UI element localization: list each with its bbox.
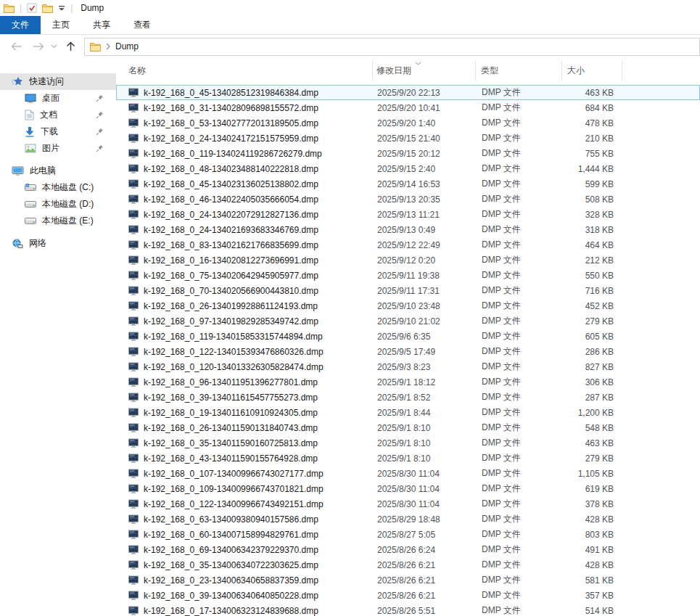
file-row[interactable]: k-192_168_0_120-134013326305828474.dmp 2… (116, 359, 700, 374)
sidebar-item-quick-access[interactable]: 快速访问 (0, 73, 116, 90)
column-header-type[interactable]: 类型 (476, 61, 562, 81)
dmp-file-icon (128, 179, 139, 189)
tab-file[interactable]: 文件 (0, 16, 41, 34)
file-date-modified: 2025/8/26 6:24 (374, 545, 477, 555)
file-date-modified: 2025/8/26 6:21 (374, 575, 477, 586)
file-row[interactable]: k-192_168_0_39-134006340640850228.dmp 20… (116, 588, 700, 603)
file-row[interactable]: k-192_168_0_31-134028096898155572.dmp 20… (116, 100, 700, 115)
dmp-file-icon (128, 362, 139, 372)
dmp-file-icon (128, 118, 139, 128)
sidebar-item-documents[interactable]: 文档 (0, 107, 116, 123)
file-row[interactable]: k-192_168_0_19-134011610910924305.dmp 20… (116, 405, 700, 420)
dmp-file-icon (128, 316, 139, 327)
file-name: k-192_168_0_60-134007158994829761.dmp (144, 530, 318, 540)
forward-icon[interactable] (32, 42, 45, 51)
file-date-modified: 2025/9/11 17:31 (374, 286, 477, 296)
file-row[interactable]: k-192_168_0_43-134011590155764928.dmp 20… (116, 451, 700, 466)
sidebar-item-network[interactable]: 网络 (0, 235, 116, 252)
new-folder-icon[interactable] (42, 4, 53, 13)
file-date-modified: 2025/9/20 1:40 (374, 118, 477, 128)
file-row[interactable]: k-192_168_0_24-134024172151575959.dmp 20… (116, 131, 700, 146)
dmp-file-icon (128, 149, 139, 159)
file-date-modified: 2025/9/3 8:23 (374, 362, 477, 372)
file-size: 548 KB (563, 423, 623, 433)
file-row[interactable]: k-192_168_0_119-134015853315744894.dmp 2… (116, 329, 700, 344)
file-row[interactable]: k-192_168_0_16-134020812273696991.dmp 20… (116, 252, 700, 268)
tab-home[interactable]: 主页 (41, 16, 81, 34)
file-type: DMP 文件 (477, 391, 563, 403)
properties-check-icon[interactable] (27, 3, 37, 13)
file-size: 599 KB (563, 179, 623, 189)
file-type: DMP 文件 (477, 300, 563, 312)
file-row[interactable]: k-192_168_0_107-134009966743027177.dmp 2… (116, 466, 700, 481)
file-row[interactable]: k-192_168_0_96-134011951396277801.dmp 20… (116, 374, 700, 390)
desktop-icon (25, 94, 36, 104)
breadcrumb-chevron-icon[interactable] (106, 43, 110, 50)
file-row[interactable]: k-192_168_0_35-134006340722303625.dmp 20… (116, 557, 700, 572)
file-row[interactable]: k-192_168_0_26-134019928861124193.dmp 20… (116, 298, 700, 313)
sidebar-item-desktop[interactable]: 桌面 (0, 90, 116, 107)
tab-view[interactable]: 查看 (122, 16, 162, 34)
tab-share[interactable]: 共享 (81, 16, 122, 34)
file-row[interactable]: k-192_168_0_23-134006340658837359.dmp 20… (116, 572, 700, 588)
file-row[interactable]: k-192_168_0_45-134028512319846384.dmp 20… (116, 85, 700, 100)
file-row[interactable]: k-192_168_0_83-134021621766835699.dmp 20… (116, 237, 700, 252)
file-type: DMP 文件 (477, 284, 563, 297)
file-row[interactable]: k-192_168_0_122-134015393476860326.dmp 2… (116, 344, 700, 359)
file-row[interactable]: k-192_168_0_69-134006342379229370.dmp 20… (116, 542, 700, 557)
file-name: k-192_168_0_17-134006323124839688.dmp (144, 606, 318, 616)
file-date-modified: 2025/9/12 0:20 (374, 255, 477, 266)
file-row[interactable]: k-192_168_0_75-134020642945905977.dmp 20… (116, 268, 700, 283)
column-header-date-modified[interactable]: 修改日期 (373, 61, 476, 81)
sidebar-group-gap (0, 229, 116, 235)
address-bar[interactable]: Dump (84, 38, 700, 56)
file-size: 605 KB (563, 332, 623, 342)
file-row[interactable]: k-192_168_0_46-134022405035666054.dmp 20… (116, 192, 700, 207)
dmp-file-icon (128, 271, 139, 281)
back-icon[interactable] (10, 42, 23, 51)
sidebar-item-this-pc[interactable]: 此电脑 (0, 163, 116, 179)
dmp-file-icon (128, 286, 139, 296)
file-row[interactable]: k-192_168_0_109-134009966743701821.dmp 2… (116, 481, 700, 496)
file-row[interactable]: k-192_168_0_122-134009966743492151.dmp 2… (116, 496, 700, 512)
sidebar-item-disk-e[interactable]: 本地磁盘 (E:) (0, 213, 116, 229)
sidebar-item-label: 下载 (41, 126, 58, 138)
file-row[interactable]: k-192_168_0_26-134011590131840743.dmp 20… (116, 420, 700, 435)
file-pane: 名称 修改日期 类型 大小 k-192_168_0_45-13402851231… (116, 58, 700, 616)
sidebar-item-pictures[interactable]: 图片 (0, 140, 116, 157)
file-type: DMP 文件 (477, 482, 563, 495)
sidebar-item-disk-d[interactable]: 本地磁盘 (D:) (0, 196, 116, 213)
quick-access-star-icon (12, 76, 23, 87)
file-row[interactable]: k-192_168_0_48-134023488140222818.dmp 20… (116, 161, 700, 176)
file-row[interactable]: k-192_168_0_97-134019829285349742.dmp 20… (116, 313, 700, 329)
file-row[interactable]: k-192_168_0_70-134020566900443810.dmp 20… (116, 283, 700, 298)
file-name: k-192_168_0_45-134023136025138802.dmp (144, 179, 318, 189)
disk-icon (25, 200, 36, 208)
sidebar-item-downloads[interactable]: 下载 (0, 123, 116, 140)
sidebar-item-disk-c[interactable]: 本地磁盘 (C:) (0, 179, 116, 196)
file-row[interactable]: k-192_168_0_17-134006323124839688.dmp 20… (116, 603, 700, 616)
file-name: k-192_168_0_97-134019829285349742.dmp (144, 316, 318, 327)
file-row[interactable]: k-192_168_0_24-134022072912827136.dmp 20… (116, 207, 700, 222)
dmp-file-icon (128, 438, 139, 448)
breadcrumb[interactable]: Dump (115, 41, 139, 52)
file-date-modified: 2025/9/15 2:40 (374, 164, 477, 174)
file-row[interactable]: k-192_168_0_119-134024119286726279.dmp 2… (116, 146, 700, 161)
sidebar-item-label: 快速访问 (29, 75, 64, 88)
file-row[interactable]: k-192_168_0_39-134011615457755273.dmp 20… (116, 390, 700, 405)
up-icon[interactable] (66, 41, 75, 52)
file-name: k-192_168_0_70-134020566900443810.dmp (144, 286, 318, 296)
file-row[interactable]: k-192_168_0_24-134021693683346769.dmp 20… (116, 222, 700, 237)
file-row[interactable]: k-192_168_0_63-134009380940157586.dmp 20… (116, 512, 700, 527)
file-row[interactable]: k-192_168_0_45-134023136025138802.dmp 20… (116, 176, 700, 192)
column-header-name[interactable]: 名称 (116, 61, 373, 81)
file-row[interactable]: k-192_168_0_60-134007158994829761.dmp 20… (116, 527, 700, 542)
disk-icon (25, 217, 36, 225)
customize-toolbar-caret-icon[interactable] (58, 5, 65, 11)
file-size: 463 KB (563, 438, 623, 448)
column-header-size[interactable]: 大小 (562, 61, 622, 81)
file-size: 827 KB (563, 362, 623, 372)
file-row[interactable]: k-192_168_0_53-134027772013189505.dmp 20… (116, 115, 700, 131)
file-row[interactable]: k-192_168_0_35-134011590160725813.dmp 20… (116, 435, 700, 451)
recent-locations-caret-icon[interactable] (51, 44, 57, 49)
